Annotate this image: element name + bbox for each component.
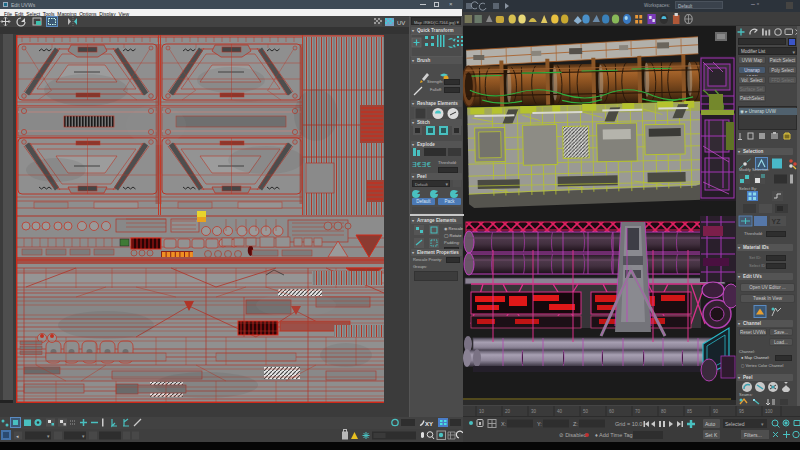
svg-text:Auto: Auto bbox=[705, 421, 716, 427]
svg-text:100: 100 bbox=[765, 409, 773, 414]
svg-text:Set K: Set K bbox=[705, 432, 718, 438]
svg-text:70: 70 bbox=[635, 409, 641, 414]
svg-text:♦ Add Time Tag: ♦ Add Time Tag bbox=[595, 432, 633, 438]
svg-text:X:: X: bbox=[501, 421, 507, 427]
svg-text:95: 95 bbox=[739, 409, 745, 414]
svg-text:10: 10 bbox=[479, 409, 485, 414]
svg-text:85: 85 bbox=[687, 409, 693, 414]
svg-text:20: 20 bbox=[505, 409, 511, 414]
svg-text:60: 60 bbox=[609, 409, 615, 414]
svg-text:30: 30 bbox=[531, 409, 537, 414]
svg-text:50: 50 bbox=[583, 409, 589, 414]
svg-text:YZ: YZ bbox=[772, 218, 782, 225]
svg-text:Z:: Z: bbox=[573, 421, 578, 427]
svg-text:Filters...: Filters... bbox=[744, 432, 762, 438]
svg-text:Grid = 10.0: Grid = 10.0 bbox=[615, 421, 642, 427]
svg-text:40: 40 bbox=[557, 409, 563, 414]
svg-text:80: 80 bbox=[661, 409, 667, 414]
svg-text:UV: UV bbox=[397, 20, 405, 26]
svg-text:Selected: Selected bbox=[725, 421, 745, 427]
svg-text:Y:: Y: bbox=[537, 421, 542, 427]
svg-text:XY: XY bbox=[425, 421, 433, 427]
svg-text:Ǝ€Ǝ€: Ǝ€Ǝ€ bbox=[412, 160, 431, 169]
svg-text:90: 90 bbox=[713, 409, 719, 414]
svg-text:⊘ Disabled: ⊘ Disabled bbox=[559, 432, 587, 438]
